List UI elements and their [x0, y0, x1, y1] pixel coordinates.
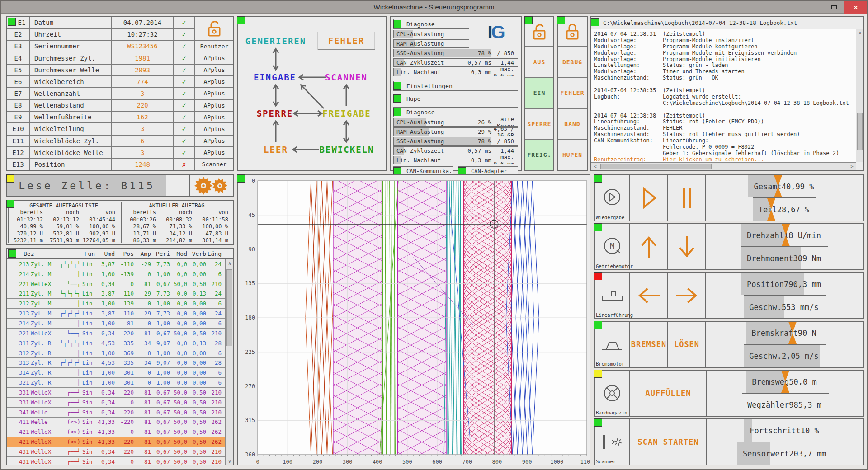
block-row[interactable]: 421WelleX(<>)Sin41,330810,6750,00,50262: [7, 427, 225, 437]
param-value[interactable]: WS123456: [112, 41, 173, 52]
param-id: E1: [7, 17, 29, 28]
scanstarten-button[interactable]: SCAN STARTEN: [630, 419, 707, 465]
close-button[interactable]: ×: [844, 1, 867, 14]
logbook-text[interactable]: 2014-07-04 12:38:31(Zeitstempel)Modulvor…: [591, 29, 856, 162]
block-row[interactable]: 213Zyl. M┌┘┌┘┌┘Lin3,87-110-297,730,00,00…: [7, 259, 225, 269]
lsen-button[interactable]: LÖSEN: [668, 322, 706, 367]
pause-button[interactable]: [668, 175, 706, 221]
log-line: [594, 81, 856, 87]
block-row[interactable]: 431WelleX┌──┘Sin0,34220-810,6750,00,5021…: [7, 447, 225, 457]
param-value[interactable]: 2093: [112, 65, 173, 75]
block-row[interactable]: 312Zyl. R│Lin1,0036901,000,00,006: [7, 348, 225, 358]
param-value[interactable]: 10:27:32: [112, 29, 173, 40]
block-row[interactable]: 421WelleX(<>)Sin41,33220810,6750,00,5026…: [7, 437, 225, 447]
block-row[interactable]: 221WelleX└──┐Sin0,34220810,6750,00,50210: [7, 329, 225, 338]
aus-button[interactable]: AUS: [525, 47, 553, 77]
block-row[interactable]: 211Zyl. M└┐└┐└┐Lin3,87110297,730,00,1324: [7, 289, 225, 299]
param-label: Wickelteilung: [30, 123, 111, 134]
bremsmotor-led: [594, 321, 602, 329]
diagnose-panel: DiagnoseCPU-Auslastung26 %RAM-Auslastung…: [390, 16, 522, 171]
block-row[interactable]: 321Zyl. R│Lin1,0030101,000,00,006: [7, 378, 225, 388]
state-node-leer: LEER: [264, 145, 288, 155]
block-table-led: [8, 249, 16, 258]
hupen-button[interactable]: HUPEN: [558, 140, 587, 170]
auffllen-button[interactable]: AUFFÜLLEN: [630, 371, 707, 416]
block-table-scrollbar[interactable]: ∧ ∨: [225, 259, 233, 465]
param-value[interactable]: 1981: [112, 52, 173, 63]
block-row[interactable]: 331WelleX┌──┘Sin0,34220-810,6750,00,5021…: [7, 388, 225, 398]
diagnose-row: CAN-Zykluszeit0,57 msmax. 1,44 ms: [393, 58, 518, 67]
minimize-button[interactable]: –: [803, 1, 824, 14]
svg-text:500: 500: [402, 459, 412, 465]
fehler-button[interactable]: FEHLER: [558, 78, 587, 108]
block-row[interactable]: 314Zyl. R│Lin1,0030101,000,00,006: [7, 368, 225, 378]
param-value[interactable]: 774: [112, 76, 173, 87]
check-ok-icon: ✓: [174, 52, 194, 63]
svg-text:800: 800: [492, 459, 502, 465]
block-row[interactable]: 431WelleX┌──┘Sin0,340-810,6750,00,50210: [7, 457, 225, 465]
check-ok-icon: ✓: [174, 41, 194, 52]
value-bar-fortschritt: Fortschritt10 %: [744, 419, 826, 442]
block-row[interactable]: 311Zyl. R└┐└┐└┐Lin4,53335349,070,00,1328: [7, 338, 225, 348]
diagnose-header-2: Diagnose: [393, 107, 518, 117]
lese-zelle-status: Lese Zelle: B115: [7, 175, 166, 196]
param-value[interactable]: 3: [112, 147, 173, 158]
param-lock-button[interactable]: [195, 17, 233, 40]
block-row[interactable]: 331WelleX┌──┘Sin0,340-810,6750,00,50210: [7, 398, 225, 408]
lockcol1-lock-toggle[interactable]: [525, 17, 553, 46]
logbook-vscrollbar[interactable]: ∧: [856, 29, 863, 162]
sperre-button[interactable]: SPERRE: [525, 109, 553, 139]
scroll-down-icon[interactable]: ∨: [226, 457, 234, 465]
play-button[interactable]: [630, 175, 668, 221]
scroll-up-icon[interactable]: ∧: [226, 259, 234, 267]
param-value[interactable]: 220: [112, 100, 173, 111]
value-bar-wegzhler: Wegzähler985,3 m: [742, 393, 829, 416]
logbook-panel: C:\Wickelmaschine\Logbuch\2014-07-04 12-…: [590, 16, 864, 171]
device-icon-cell: Scanner: [595, 419, 630, 465]
param-id: E5: [7, 65, 29, 75]
block-row[interactable]: 213Zyl. M┌┘┌┘┌┘Lin3,87110-297,730,00,002…: [7, 309, 225, 319]
param-value[interactable]: 3: [112, 88, 173, 99]
param-source: APplus: [195, 123, 233, 134]
lockcol2-lock-toggle[interactable]: [558, 17, 587, 46]
ein-button[interactable]: EIN: [525, 78, 553, 108]
einstellungen-header-led: [393, 82, 401, 90]
check-ok-icon: ✓: [174, 123, 194, 134]
scroll-left-icon[interactable]: <: [591, 163, 599, 170]
block-row[interactable]: 214Zyl. M│Lin1,008101,000,00,006: [7, 319, 225, 329]
arrow-right-button[interactable]: [668, 273, 706, 318]
arrow-up-button[interactable]: [630, 224, 668, 269]
param-value[interactable]: 162: [112, 112, 173, 122]
debug-button[interactable]: DEBUG: [558, 47, 587, 77]
log-user-entry[interactable]: Benutzereintrag:Hier klicken um zu schre…: [594, 156, 856, 162]
block-row[interactable]: 313Zyl. R┌┘┌┘┌┘Lin4,53335-349,070,00,002…: [7, 358, 225, 368]
param-value[interactable]: 6: [112, 136, 173, 146]
block-row[interactable]: 214Zyl. M│Lin1,00-13901,000,00,006: [7, 269, 225, 279]
param-value[interactable]: 1248: [112, 159, 173, 170]
diagnose-row: RAM-Auslastung29 %: [393, 39, 469, 48]
block-row[interactable]: 341Welle┌──┘Sin0,34-220-810,6750,00,5021…: [7, 408, 225, 418]
scroll-up-icon[interactable]: ∧: [856, 29, 864, 36]
bremsen-button[interactable]: BREMSEN: [630, 322, 668, 367]
settings-gears-button[interactable]: [189, 175, 233, 196]
wiedergabe-led: [594, 174, 602, 183]
arrow-left-button[interactable]: [630, 273, 668, 318]
block-row[interactable]: 221WelleX└──┐Sin0,340810,6750,00,50210: [7, 279, 225, 289]
winding-plot[interactable]: 0459013518022527031536001002003004005006…: [238, 175, 590, 465]
maximize-button[interactable]: [824, 1, 844, 14]
block-row[interactable]: 212Zyl. M│Lin1,0013901,000,00,006: [7, 299, 225, 309]
auftrag-row: 5232,11 m7531,93 m12764,05 m: [9, 237, 118, 244]
param-id: E8: [7, 100, 29, 111]
diagnose-row: RAM-Auslastung29 %4,63 / 16 GB: [393, 127, 518, 136]
arrow-down-button[interactable]: [668, 224, 706, 269]
wiedergabe-icon: [599, 187, 625, 209]
param-value[interactable]: 3: [112, 123, 173, 134]
log-line: Geber 1: Gebersignale fehlerhaft (löschb…: [594, 150, 856, 156]
band-button[interactable]: BAND: [558, 109, 587, 139]
block-row[interactable]: 411Welle(<>)Sin41,33-220810,6750,00,5026…: [7, 418, 225, 428]
unlock-icon: [531, 22, 547, 41]
scroll-right-icon[interactable]: >: [848, 163, 856, 170]
param-value[interactable]: 04.07.2014: [112, 17, 173, 28]
freig-button[interactable]: FREIG.: [525, 140, 553, 170]
logbook-hscrollbar[interactable]: < >: [591, 162, 856, 170]
